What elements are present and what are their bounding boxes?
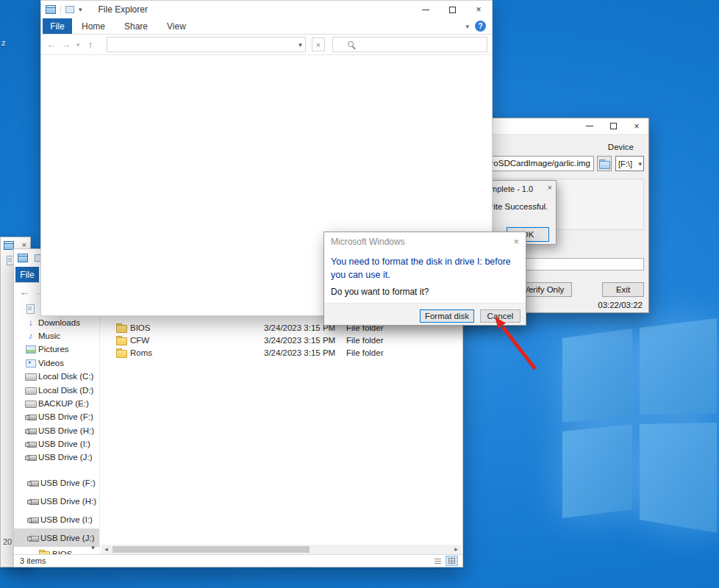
clear-icon: ×	[316, 40, 321, 49]
close-icon[interactable]: ×	[513, 236, 519, 247]
explorer-app-icon	[18, 254, 28, 262]
file-row[interactable]: CFW 3/24/2023 3:15 PM File folder	[100, 334, 462, 346]
stop-button[interactable]: ×	[312, 37, 326, 51]
minimize-button[interactable]	[412, 1, 439, 18]
sidebar-item[interactable]: BACKUP (E:)	[14, 397, 99, 410]
minimize-button[interactable]	[578, 118, 601, 134]
sidebar-item-label: USB Drive (J:)	[38, 453, 92, 462]
maximize-button[interactable]	[439, 1, 465, 18]
icons-view-icon	[448, 558, 455, 564]
sidebar-item[interactable]: USB Drive (H:)	[14, 492, 99, 510]
format-disk-button[interactable]: Format disk	[420, 309, 474, 323]
scrollbar-thumb[interactable]	[112, 546, 310, 553]
sidebar-item[interactable]: Downloads	[14, 315, 99, 329]
tab-view[interactable]: View	[157, 18, 196, 34]
titlebar[interactable]: ▾ File Explorer ×	[41, 1, 492, 18]
address-dropdown-icon[interactable]: ▾	[298, 41, 302, 49]
sidebar-item[interactable]: USB Drive (I:)	[14, 510, 99, 528]
maximize-icon	[449, 7, 456, 13]
quick-access-icon[interactable]	[65, 6, 74, 13]
expand-ribbon-icon[interactable]: ▾	[465, 23, 469, 30]
sidebar-item-label: Music	[38, 331, 60, 340]
back-button[interactable]: ←	[46, 39, 57, 50]
exit-button[interactable]: Exit	[602, 282, 644, 297]
dialog-title: Microsoft Windows	[331, 237, 405, 247]
sidebar-item[interactable]: USB Drive (J:)	[14, 528, 99, 547]
sidebar-item[interactable]: USB Drive (I:)	[14, 437, 99, 451]
sidebar-item-icon	[25, 385, 36, 395]
format-message-line2: you can use it.	[331, 269, 522, 282]
device-select[interactable]: [F:\] ▾	[615, 156, 644, 171]
format-message: You need to format the disk in drive I: …	[331, 256, 522, 282]
sidebar-item[interactable]: USB Drive (F:)	[14, 410, 99, 423]
tab-share[interactable]: Share	[115, 18, 157, 34]
file-row[interactable]: Roms 3/24/2023 3:15 PM File folder	[100, 346, 462, 359]
explorer-app-icon	[46, 5, 56, 14]
sidebar-item-label: USB Drive (H:)	[38, 426, 94, 435]
help-icon[interactable]: ?	[475, 21, 486, 32]
ribbon-tabs: File Home Share View ▾ ?	[41, 18, 492, 35]
sidebar-item[interactable]: Videos	[14, 356, 99, 370]
sidebar-item-label: USB Drive (H:)	[40, 497, 96, 506]
file-menu-button[interactable]: File	[43, 18, 72, 34]
icons-view-button[interactable]	[446, 556, 458, 566]
sidebar-item-icon	[25, 439, 36, 449]
browse-image-button[interactable]	[597, 156, 612, 171]
view-toggle-group	[432, 556, 458, 566]
close-button[interactable]: ×	[465, 1, 492, 18]
sidebar-item-icon	[25, 318, 36, 328]
sidebar-item[interactable]: Pictures	[14, 343, 99, 356]
search-input[interactable]	[332, 37, 487, 52]
sidebar-item[interactable]: Local Disk (C:)	[14, 370, 99, 383]
folder-icon	[116, 348, 127, 358]
annotation-arrow	[471, 309, 551, 379]
sidebar-item[interactable]: Local Disk (D:)	[14, 383, 99, 396]
sidebar-item-icon	[25, 344, 36, 354]
customize-toolbar-icon[interactable]: ▾	[79, 6, 82, 13]
back-button[interactable]: ←	[18, 287, 30, 298]
close-icon[interactable]: ×	[548, 183, 552, 192]
sidebar-item-icon	[25, 331, 36, 341]
scroll-down-icon[interactable]: ▾	[87, 542, 99, 553]
sidebar-item-label: USB Drive (F:)	[40, 478, 96, 487]
navigation-toolbar: ← → ▾ ↑ ▾ ×	[41, 35, 492, 55]
file-menu-button[interactable]: File	[15, 267, 39, 282]
horizontal-scrollbar[interactable]: ◂ ▸	[101, 545, 461, 554]
file-type: File folder	[346, 348, 462, 357]
tab-home[interactable]: Home	[72, 18, 115, 34]
recent-locations-icon[interactable]: ▾	[74, 41, 82, 49]
sidebar-item-icon	[25, 371, 36, 381]
device-value: [F:\]	[618, 159, 632, 168]
window-title: File Explorer	[99, 4, 148, 15]
details-view-button[interactable]	[432, 556, 444, 566]
file-type: File folder	[346, 336, 462, 345]
close-button[interactable]: ×	[625, 118, 648, 134]
sidebar-item-label: Local Disk (C:)	[38, 372, 93, 381]
sidebar-item-label: USB Drive (F:)	[38, 412, 93, 421]
minimize-icon	[422, 10, 429, 10]
sidebar-item[interactable]: Music	[14, 329, 99, 343]
desktop: z × Device 1.3.4-MicroSDCardImage/garlic…	[0, 0, 719, 588]
desktop-icon-label-fragment[interactable]: z	[1, 38, 6, 47]
up-button[interactable]: ↑	[85, 39, 96, 50]
titlebar-separator	[60, 5, 61, 14]
app-icon	[4, 241, 14, 250]
scroll-right-icon[interactable]: ▸	[451, 545, 461, 554]
file-date-modified: 3/24/2023 3:15 PM	[264, 348, 346, 357]
folder-icon	[116, 323, 127, 333]
search-icon	[348, 41, 354, 47]
file-date-modified: 3/24/2023 3:15 PM	[264, 336, 346, 345]
sidebar-item[interactable]: USB Drive (F:)	[14, 473, 99, 492]
item-count-text: 3 items	[20, 556, 46, 565]
forward-button[interactable]: →	[60, 39, 72, 50]
sidebar-item-label: Downloads	[38, 318, 80, 327]
sidebar-item-icon	[25, 304, 36, 314]
scroll-left-icon[interactable]: ◂	[101, 545, 111, 554]
sidebar-item[interactable]: USB Drive (H:)	[14, 424, 99, 437]
address-bar[interactable]: ▾	[107, 37, 306, 52]
maximize-button[interactable]	[601, 118, 625, 134]
sidebar-item-icon	[25, 426, 36, 436]
sidebar-item-icon	[25, 398, 36, 409]
sidebar-item[interactable]: USB Drive (J:)	[14, 451, 99, 464]
folder-icon	[116, 335, 127, 345]
